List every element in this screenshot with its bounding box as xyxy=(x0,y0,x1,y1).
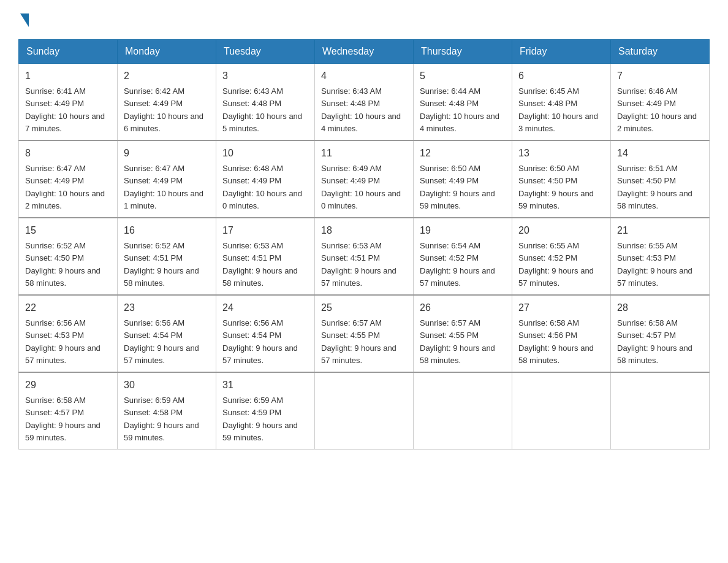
day-number: 12 xyxy=(420,146,506,161)
day-info: Sunrise: 6:46 AMSunset: 4:49 PMDaylight:… xyxy=(617,86,697,133)
day-info: Sunrise: 6:57 AMSunset: 4:55 PMDaylight:… xyxy=(420,318,495,365)
logo-arrow-icon xyxy=(20,13,29,27)
day-info: Sunrise: 6:59 AMSunset: 4:59 PMDaylight:… xyxy=(222,396,298,442)
day-info: Sunrise: 6:47 AMSunset: 4:49 PMDaylight:… xyxy=(25,164,105,210)
day-info: Sunrise: 6:52 AMSunset: 4:51 PMDaylight:… xyxy=(124,241,199,288)
table-row: 15Sunrise: 6:52 AMSunset: 4:50 PMDayligh… xyxy=(19,218,118,295)
table-row: 2Sunrise: 6:42 AMSunset: 4:49 PMDaylight… xyxy=(118,64,216,141)
table-row: 11Sunrise: 6:49 AMSunset: 4:49 PMDayligh… xyxy=(315,140,414,218)
weekday-header-wednesday: Wednesday xyxy=(315,40,414,64)
table-row: 25Sunrise: 6:57 AMSunset: 4:55 PMDayligh… xyxy=(315,295,414,372)
day-number: 5 xyxy=(420,69,506,83)
day-number: 16 xyxy=(124,223,210,238)
day-info: Sunrise: 6:43 AMSunset: 4:48 PMDaylight:… xyxy=(321,86,401,133)
table-row: 20Sunrise: 6:55 AMSunset: 4:52 PMDayligh… xyxy=(512,218,611,295)
weekday-header-sunday: Sunday xyxy=(19,40,118,64)
day-number: 10 xyxy=(222,146,308,161)
day-number: 4 xyxy=(321,69,407,83)
table-row: 30Sunrise: 6:59 AMSunset: 4:58 PMDayligh… xyxy=(118,372,216,450)
day-info: Sunrise: 6:56 AMSunset: 4:53 PMDaylight:… xyxy=(25,318,100,365)
table-row xyxy=(512,372,611,450)
week-row-5: 29Sunrise: 6:58 AMSunset: 4:57 PMDayligh… xyxy=(19,372,710,450)
day-info: Sunrise: 6:54 AMSunset: 4:52 PMDaylight:… xyxy=(420,241,495,288)
day-info: Sunrise: 6:53 AMSunset: 4:51 PMDaylight:… xyxy=(222,241,298,288)
table-row: 22Sunrise: 6:56 AMSunset: 4:53 PMDayligh… xyxy=(19,295,118,372)
day-info: Sunrise: 6:53 AMSunset: 4:51 PMDaylight:… xyxy=(321,241,396,288)
day-info: Sunrise: 6:50 AMSunset: 4:50 PMDaylight:… xyxy=(518,164,594,210)
day-info: Sunrise: 6:52 AMSunset: 4:50 PMDaylight:… xyxy=(25,241,100,288)
day-number: 24 xyxy=(222,301,308,315)
day-info: Sunrise: 6:51 AMSunset: 4:50 PMDaylight:… xyxy=(617,164,692,210)
day-info: Sunrise: 6:43 AMSunset: 4:48 PMDaylight:… xyxy=(222,86,302,133)
table-row: 28Sunrise: 6:58 AMSunset: 4:57 PMDayligh… xyxy=(611,295,710,372)
day-number: 25 xyxy=(321,301,407,315)
day-info: Sunrise: 6:49 AMSunset: 4:49 PMDaylight:… xyxy=(321,164,401,210)
day-info: Sunrise: 6:44 AMSunset: 4:48 PMDaylight:… xyxy=(420,86,499,133)
day-number: 18 xyxy=(321,223,407,238)
weekday-header-row: SundayMondayTuesdayWednesdayThursdayFrid… xyxy=(19,40,710,64)
logo xyxy=(18,12,29,27)
day-number: 6 xyxy=(518,69,604,83)
day-number: 15 xyxy=(25,223,111,238)
table-row: 6Sunrise: 6:45 AMSunset: 4:48 PMDaylight… xyxy=(512,64,611,141)
table-row: 16Sunrise: 6:52 AMSunset: 4:51 PMDayligh… xyxy=(118,218,216,295)
week-row-1: 1Sunrise: 6:41 AMSunset: 4:49 PMDaylight… xyxy=(19,64,710,141)
day-number: 19 xyxy=(420,223,506,238)
day-info: Sunrise: 6:47 AMSunset: 4:49 PMDaylight:… xyxy=(124,164,203,210)
day-info: Sunrise: 6:41 AMSunset: 4:49 PMDaylight:… xyxy=(25,86,105,133)
table-row xyxy=(414,372,512,450)
table-row xyxy=(315,372,414,450)
day-number: 26 xyxy=(420,301,506,315)
day-info: Sunrise: 6:42 AMSunset: 4:49 PMDaylight:… xyxy=(124,86,203,133)
table-row: 13Sunrise: 6:50 AMSunset: 4:50 PMDayligh… xyxy=(512,140,611,218)
day-number: 11 xyxy=(321,146,407,161)
day-number: 20 xyxy=(518,223,604,238)
day-info: Sunrise: 6:55 AMSunset: 4:53 PMDaylight:… xyxy=(617,241,692,288)
day-number: 14 xyxy=(617,146,703,161)
table-row: 5Sunrise: 6:44 AMSunset: 4:48 PMDaylight… xyxy=(414,64,512,141)
day-number: 30 xyxy=(124,378,210,393)
day-info: Sunrise: 6:58 AMSunset: 4:57 PMDaylight:… xyxy=(25,396,100,442)
day-info: Sunrise: 6:56 AMSunset: 4:54 PMDaylight:… xyxy=(124,318,199,365)
table-row: 7Sunrise: 6:46 AMSunset: 4:49 PMDaylight… xyxy=(611,64,710,141)
weekday-header-friday: Friday xyxy=(512,40,611,64)
table-row: 12Sunrise: 6:50 AMSunset: 4:49 PMDayligh… xyxy=(414,140,512,218)
table-row: 1Sunrise: 6:41 AMSunset: 4:49 PMDaylight… xyxy=(19,64,118,141)
table-row: 19Sunrise: 6:54 AMSunset: 4:52 PMDayligh… xyxy=(414,218,512,295)
day-info: Sunrise: 6:57 AMSunset: 4:55 PMDaylight:… xyxy=(321,318,396,365)
day-number: 31 xyxy=(222,378,308,393)
day-number: 22 xyxy=(25,301,111,315)
day-info: Sunrise: 6:58 AMSunset: 4:56 PMDaylight:… xyxy=(518,318,594,365)
table-row: 8Sunrise: 6:47 AMSunset: 4:49 PMDaylight… xyxy=(19,140,118,218)
table-row xyxy=(611,372,710,450)
day-info: Sunrise: 6:55 AMSunset: 4:52 PMDaylight:… xyxy=(518,241,594,288)
weekday-header-tuesday: Tuesday xyxy=(216,40,315,64)
day-number: 3 xyxy=(222,69,308,83)
week-row-3: 15Sunrise: 6:52 AMSunset: 4:50 PMDayligh… xyxy=(19,218,710,295)
page-header xyxy=(18,12,710,27)
table-row: 27Sunrise: 6:58 AMSunset: 4:56 PMDayligh… xyxy=(512,295,611,372)
day-number: 7 xyxy=(617,69,703,83)
day-number: 9 xyxy=(124,146,210,161)
week-row-2: 8Sunrise: 6:47 AMSunset: 4:49 PMDaylight… xyxy=(19,140,710,218)
calendar-table: SundayMondayTuesdayWednesdayThursdayFrid… xyxy=(18,39,710,450)
day-number: 29 xyxy=(25,378,111,393)
table-row: 3Sunrise: 6:43 AMSunset: 4:48 PMDaylight… xyxy=(216,64,315,141)
table-row: 4Sunrise: 6:43 AMSunset: 4:48 PMDaylight… xyxy=(315,64,414,141)
day-info: Sunrise: 6:48 AMSunset: 4:49 PMDaylight:… xyxy=(222,164,302,210)
day-number: 17 xyxy=(222,223,308,238)
day-number: 13 xyxy=(518,146,604,161)
day-number: 21 xyxy=(617,223,703,238)
table-row: 26Sunrise: 6:57 AMSunset: 4:55 PMDayligh… xyxy=(414,295,512,372)
table-row: 23Sunrise: 6:56 AMSunset: 4:54 PMDayligh… xyxy=(118,295,216,372)
day-number: 8 xyxy=(25,146,111,161)
weekday-header-thursday: Thursday xyxy=(414,40,512,64)
weekday-header-saturday: Saturday xyxy=(611,40,710,64)
day-info: Sunrise: 6:56 AMSunset: 4:54 PMDaylight:… xyxy=(222,318,298,365)
day-number: 1 xyxy=(25,69,111,83)
day-info: Sunrise: 6:58 AMSunset: 4:57 PMDaylight:… xyxy=(617,318,692,365)
table-row: 31Sunrise: 6:59 AMSunset: 4:59 PMDayligh… xyxy=(216,372,315,450)
table-row: 24Sunrise: 6:56 AMSunset: 4:54 PMDayligh… xyxy=(216,295,315,372)
day-number: 2 xyxy=(124,69,210,83)
table-row: 21Sunrise: 6:55 AMSunset: 4:53 PMDayligh… xyxy=(611,218,710,295)
